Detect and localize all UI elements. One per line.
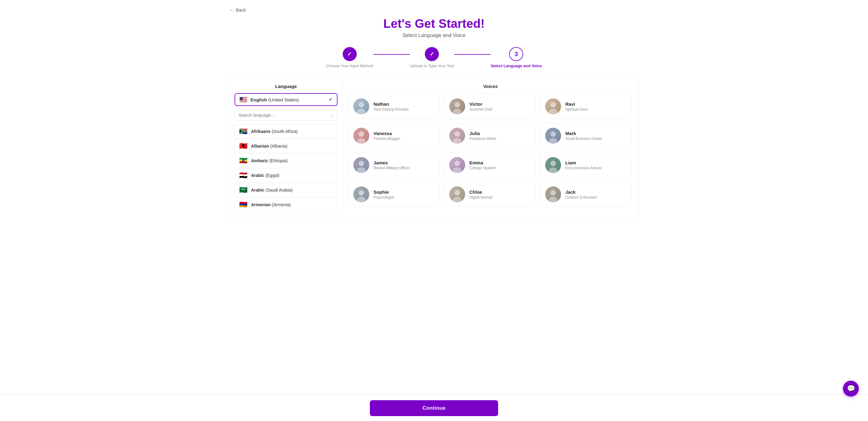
voice-avatar xyxy=(545,186,561,202)
flag-icon: 🇦🇲 xyxy=(239,201,247,208)
language-name: Amharic (Ethiopia) xyxy=(251,158,288,163)
voice-name: Victor xyxy=(469,101,492,107)
voice-name: Emma xyxy=(469,160,495,165)
step-1-label: Choose Your Input Method xyxy=(326,64,373,68)
language-search-box[interactable]: ⌕ xyxy=(235,110,338,121)
voice-card[interactable]: Jack Outdoor Enthusiast xyxy=(540,182,631,207)
voice-card[interactable]: Julia Freelance Writer xyxy=(444,123,536,148)
search-icon: ⌕ xyxy=(331,113,334,118)
language-item[interactable]: 🇸🇦 Arabic (Saudi Arabia) xyxy=(235,183,338,197)
voices-scroll: Nathan Tech Startup Founder Victor Gourm… xyxy=(348,94,633,207)
language-item[interactable]: 🇦🇱 Albanian (Albania) xyxy=(235,139,338,153)
selected-language-left: English (United States) xyxy=(240,97,299,102)
voice-info: Nathan Tech Startup Founder xyxy=(374,101,409,112)
language-name: Arabic (Saudi Arabia) xyxy=(251,188,292,192)
voice-card[interactable]: James Retired Military Officer xyxy=(348,152,440,178)
voice-card[interactable]: Liam Eco-conscious Activist xyxy=(540,152,631,178)
voice-name: Vanessa xyxy=(374,131,400,136)
main-content: Language English (United States) ✓ ⌕ xyxy=(229,77,639,224)
voice-name: Sophie xyxy=(374,189,394,194)
voice-avatar xyxy=(545,128,561,144)
voice-name: James xyxy=(374,160,409,165)
voice-role: Small Business Owner xyxy=(565,137,602,141)
stepper: ✓ Choose Your Input Method ✓ Upload or T… xyxy=(229,47,639,68)
voice-avatar xyxy=(449,157,465,173)
voice-role: Freelance Writer xyxy=(469,137,496,141)
step-2-label: Upload or Type Your Text xyxy=(410,64,454,68)
us-flag-icon xyxy=(240,97,247,102)
language-item[interactable]: 🇪🇬 Arabic (Egypt) xyxy=(235,168,338,182)
voice-card[interactable]: Ravi Spiritual Guru xyxy=(540,94,631,119)
svg-point-16 xyxy=(550,131,556,137)
language-item[interactable]: 🇪🇹 Amharic (Ethiopia) xyxy=(235,154,338,168)
voice-card[interactable]: Chloe Digital Nomad xyxy=(444,182,536,207)
voice-role: Psychologist xyxy=(374,195,394,200)
voice-info: Emma College Student xyxy=(469,160,495,170)
voice-name: Mark xyxy=(565,131,602,136)
voice-card[interactable]: Mark Small Business Owner xyxy=(540,123,631,148)
voice-info: James Retired Military Officer xyxy=(374,160,409,170)
svg-point-19 xyxy=(359,161,364,166)
voice-avatar xyxy=(545,98,561,114)
voice-role: Outdoor Enthusiast xyxy=(565,195,597,200)
step-3: 3 Select Language and Voice xyxy=(491,47,542,68)
voice-role: Tech Startup Founder xyxy=(374,107,409,112)
voice-avatar xyxy=(353,186,369,202)
voice-info: Ravi Spiritual Guru xyxy=(565,101,588,112)
language-search-input[interactable] xyxy=(239,113,328,118)
voice-avatar xyxy=(449,186,465,202)
voice-role: Fashion Blogger xyxy=(374,137,400,141)
voice-role: Digital Nomad xyxy=(469,195,492,200)
selected-language[interactable]: English (United States) ✓ xyxy=(235,93,338,106)
back-button[interactable]: ← Back xyxy=(229,6,246,14)
voice-name: Julia xyxy=(469,131,496,136)
voice-info: Julia Freelance Writer xyxy=(469,131,496,141)
voice-role: Retired Military Officer xyxy=(374,166,409,170)
voice-avatar xyxy=(353,128,369,144)
language-name: Armenian (Armenia) xyxy=(251,202,291,207)
svg-point-7 xyxy=(550,102,556,108)
voice-info: Liam Eco-conscious Activist xyxy=(565,160,602,170)
step-2: ✓ Upload or Type Your Text xyxy=(410,47,454,68)
voice-avatar xyxy=(449,128,465,144)
flag-icon: 🇿🇦 xyxy=(239,128,247,135)
voice-card[interactable]: Nathan Tech Startup Founder xyxy=(348,94,440,119)
voice-card[interactable]: Emma College Student xyxy=(444,152,536,178)
voices-grid: Nathan Tech Startup Founder Victor Gourm… xyxy=(348,94,631,207)
svg-point-10 xyxy=(359,131,364,137)
step-3-label: Select Language and Voice xyxy=(491,64,542,68)
svg-point-13 xyxy=(455,131,460,137)
language-name: Albanian (Albania) xyxy=(251,144,287,149)
voice-name: Ravi xyxy=(565,101,588,107)
page-title: Let's Get Started! xyxy=(229,17,639,31)
language-list: 🇿🇦 Afrikaans (South Africa) 🇦🇱 Albanian … xyxy=(235,124,338,212)
selected-language-region: (United States) xyxy=(268,97,299,102)
voice-name: Liam xyxy=(565,160,602,165)
voice-name: Nathan xyxy=(374,101,409,107)
language-item[interactable]: 🇦🇲 Armenian (Armenia) xyxy=(235,198,338,212)
flag-icon: 🇦🇱 xyxy=(239,143,247,149)
selected-language-name: English xyxy=(250,97,267,102)
language-item[interactable]: 🇿🇦 Afrikaans (South Africa) xyxy=(235,124,338,139)
continue-button[interactable]: Continue xyxy=(370,400,498,416)
language-panel-title: Language xyxy=(235,84,338,89)
language-name: Arabic (Egypt) xyxy=(251,173,279,178)
svg-point-1 xyxy=(359,102,364,108)
voice-info: Victor Gourmet Chef xyxy=(469,101,492,112)
language-name: Afrikaans (South Africa) xyxy=(251,129,298,134)
voice-card[interactable]: Victor Gourmet Chef xyxy=(444,94,536,119)
continue-bar: Continue xyxy=(0,395,868,421)
voice-card[interactable]: Vanessa Fashion Blogger xyxy=(348,123,440,148)
back-label: Back xyxy=(236,7,246,12)
svg-point-22 xyxy=(455,161,460,166)
step-line-1 xyxy=(373,54,410,55)
voice-info: Mark Small Business Owner xyxy=(565,131,602,141)
voice-role: Eco-conscious Activist xyxy=(565,166,602,170)
selected-language-text: English (United States) xyxy=(250,97,299,102)
flag-icon: 🇪🇹 xyxy=(239,157,247,164)
chat-bubble-button[interactable]: 💬 xyxy=(843,381,859,396)
voice-card[interactable]: Sophie Psychologist xyxy=(348,182,440,207)
voice-info: Jack Outdoor Enthusiast xyxy=(565,189,597,200)
voice-name: Chloe xyxy=(469,189,492,194)
voice-info: Sophie Psychologist xyxy=(374,189,394,200)
